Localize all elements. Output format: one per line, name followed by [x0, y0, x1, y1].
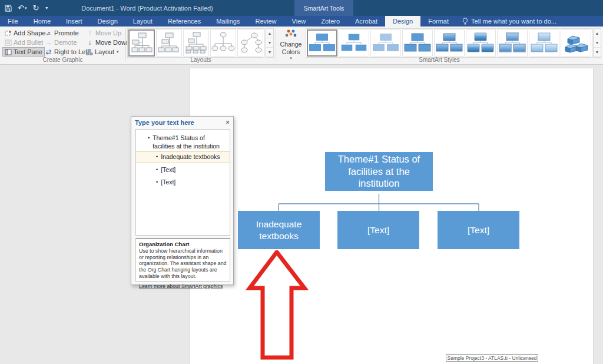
smartart-styles-gallery-scroll: ▲ ▼ ▼ [593, 28, 601, 58]
smartart-styles-gallery [306, 28, 592, 58]
style-thumbnail-moderate-effect[interactable] [402, 29, 433, 57]
move-down-icon: ↓ [86, 38, 94, 47]
bullet-icon: • [156, 153, 158, 161]
move-down-button[interactable]: ↓ Move Down [84, 38, 132, 47]
layout-thumbnail-name-title-org-chart[interactable] [183, 29, 209, 57]
text-pane-outline-list[interactable]: • Theme#1 Status of facilities at the in… [135, 129, 230, 236]
layout-thumbnail-picture-org-chart[interactable] [156, 29, 182, 57]
tab-view[interactable]: View [284, 16, 314, 27]
style-thumbnail-3d-scene[interactable] [561, 29, 591, 57]
close-icon: × [226, 118, 230, 127]
tab-mailings[interactable]: Mailings [208, 16, 247, 27]
org-chart-root-box[interactable]: Theme#1 Status of facilities at the inst… [325, 152, 433, 191]
tell-me-box[interactable]: Tell me what you want to do... [456, 16, 562, 27]
promote-button[interactable]: ← Promote [42, 28, 81, 38]
layout-description-title: Organization Chart [139, 241, 227, 247]
title-bar: ↶▾ ↻ ▾ Document1 - Word (Product Activat… [0, 0, 603, 16]
style-thumbnail-subtle-effect[interactable] [370, 29, 401, 57]
atlas-ti-watermark: Sample Project3 - ATLAS.ti - Unlicensed [446, 354, 538, 362]
org-chart-child-box-2[interactable]: [Text] [337, 211, 419, 249]
ribbon-tab-row: File Home Insert Design Layout Reference… [0, 16, 603, 27]
add-bullet-icon [5, 39, 12, 46]
demote-label: Demote [54, 39, 77, 46]
smartart-text-pane: Type your text here × • Theme#1 Status o… [131, 116, 234, 285]
text-pane-close-button[interactable]: × [226, 118, 230, 127]
change-colors-icon [284, 29, 297, 41]
styles-scroll-down-button[interactable]: ▼ [594, 38, 601, 48]
add-bullet-label: Add Bullet [14, 39, 43, 46]
style-thumbnail-inset[interactable] [497, 29, 528, 57]
ribbon: Add Shape ▾ Add Bullet Text Pane ← Promo… [0, 27, 603, 65]
outline-item-text: Theme#1 Status of facilities at the inst… [153, 134, 227, 150]
tab-layout[interactable]: Layout [125, 16, 160, 27]
outline-item-placeholder-2[interactable]: • [Text] [136, 177, 230, 188]
style-thumbnail-white-outline[interactable] [339, 29, 369, 57]
layout-description-body: Use to show hierarchical information or … [139, 248, 227, 280]
text-pane-button[interactable]: Text Pane [2, 47, 45, 57]
layout-description-panel: Organization Chart Use to show hierarchi… [135, 238, 230, 282]
layouts-scroll-up-button[interactable]: ▲ [266, 29, 273, 38]
style-thumbnail-simple-fill[interactable] [307, 29, 337, 57]
text-pane-header: Type your text here × [131, 117, 233, 128]
style-thumbnail-polished[interactable] [466, 29, 496, 57]
promote-label: Promote [54, 29, 79, 37]
add-shape-label: Add Shape [14, 29, 45, 37]
move-up-label: Move Up [95, 29, 121, 37]
red-up-arrow-annotation [244, 250, 312, 362]
demote-button[interactable]: → Demote [42, 38, 79, 47]
bullet-icon: • [156, 166, 158, 174]
tab-review[interactable]: Review [248, 16, 284, 27]
tab-zotero[interactable]: Zotero [313, 16, 347, 27]
text-pane-title: Type your text here [135, 119, 226, 126]
layouts-gallery [127, 28, 264, 58]
text-pane-icon [5, 49, 12, 55]
layouts-gallery-scroll: ▲ ▼ ▼ [266, 28, 274, 58]
demote-icon: → [45, 38, 52, 47]
outline-item-selected[interactable]: • Inadequate textbooks [136, 151, 230, 163]
change-colors-label: Change Colors [278, 41, 304, 56]
add-shape-icon [5, 30, 12, 37]
tab-acrobat[interactable]: Acrobat [347, 16, 385, 27]
layout-button[interactable]: Layout ▾ [84, 47, 121, 57]
right-to-left-icon: ⇄ [45, 48, 52, 56]
add-bullet-button[interactable]: Add Bullet [2, 38, 45, 47]
outline-item-placeholder-1[interactable]: • [Text] [136, 165, 230, 176]
smartart-styles-group-label: SmartArt Styles [277, 57, 602, 63]
move-up-button[interactable]: ↑ Move Up [84, 28, 124, 38]
group-separator [276, 28, 276, 61]
learn-more-link[interactable]: Learn more about SmartArt graphics [139, 283, 223, 289]
layout-thumbnail-org-chart[interactable] [128, 29, 155, 57]
tab-home[interactable]: Home [26, 16, 58, 27]
bullet-icon: • [156, 178, 158, 187]
styles-scroll-up-button[interactable]: ▲ [594, 29, 601, 38]
outline-item-root[interactable]: • Theme#1 Status of facilities at the in… [136, 133, 230, 151]
document-area: Theme#1 Status of facilities at the inst… [0, 65, 603, 364]
tab-smartart-format[interactable]: Format [420, 16, 456, 27]
promote-icon: ← [45, 29, 52, 37]
tab-file[interactable]: File [0, 16, 26, 27]
tab-smartart-design[interactable]: Design [385, 16, 420, 27]
layout-thumbnail-half-circle-org-chart[interactable] [210, 29, 236, 57]
layout-thumbnail-circle-org-chart[interactable] [237, 29, 263, 57]
layouts-scroll-down-button[interactable]: ▼ [266, 38, 273, 48]
move-down-label: Move Down [95, 39, 130, 46]
tab-insert[interactable]: Insert [58, 16, 90, 27]
style-thumbnail-cartoon[interactable] [529, 29, 559, 57]
org-chart-child-box-1[interactable]: Inadequate textbooks [238, 211, 320, 249]
styles-more-button[interactable]: ▼ [594, 48, 601, 57]
style-thumbnail-intense-effect[interactable] [434, 29, 465, 57]
layout-label: Layout [95, 48, 114, 55]
window-title: Document1 - Word (Product Activation Fai… [0, 0, 294, 16]
word-window: ↶▾ ↻ ▾ Document1 - Word (Product Activat… [0, 0, 603, 364]
layouts-more-button[interactable]: ▼ [266, 48, 273, 57]
tell-me-label: Tell me what you want to do... [471, 18, 556, 25]
outline-item-text: [Text] [161, 166, 175, 174]
text-pane-label: Text Pane [14, 48, 42, 55]
tab-design[interactable]: Design [90, 16, 125, 27]
org-chart-child-box-3[interactable]: [Text] [438, 211, 519, 249]
tab-references[interactable]: References [160, 16, 208, 27]
bullet-icon: • [148, 134, 150, 143]
layouts-group-label: Layouts [127, 57, 275, 63]
layout-icon [86, 49, 93, 55]
outline-item-text: [Text] [161, 178, 175, 187]
